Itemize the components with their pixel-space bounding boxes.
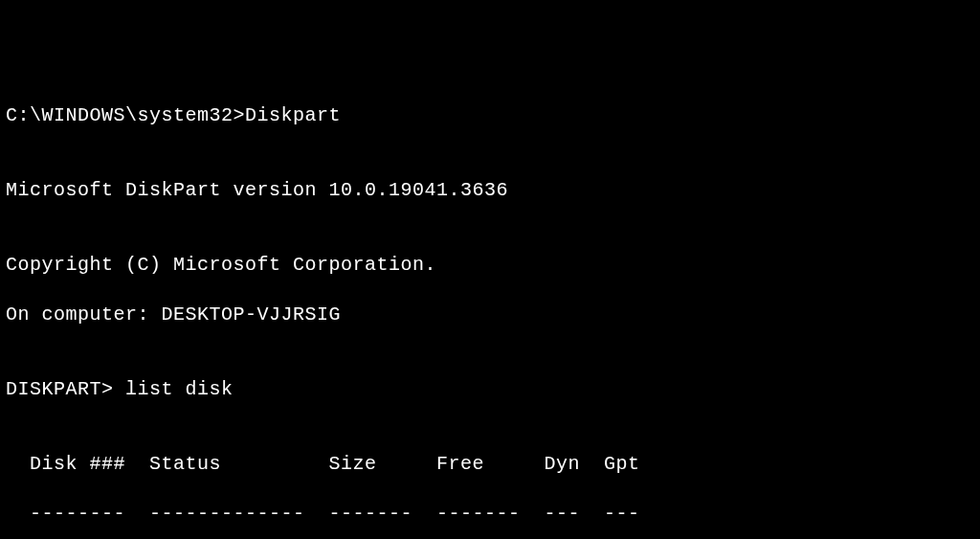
disk-table-header: Disk ### Status Size Free Dyn Gpt [6, 452, 974, 477]
cmd-prompt-line: C:\WINDOWS\system32>Diskpart [6, 103, 974, 128]
copyright-line: Copyright (C) Microsoft Corporation. [6, 253, 974, 278]
cmd-command: Diskpart [245, 104, 341, 126]
disk-table-divider: -------- ------------- ------- ------- -… [6, 502, 974, 527]
computer-line: On computer: DESKTOP-VJJRSIG [6, 303, 974, 327]
diskpart-command: list disk [125, 378, 234, 400]
version-line: Microsoft DiskPart version 10.0.19041.36… [6, 178, 974, 203]
diskpart-prompt-line: DISKPART> list disk [6, 377, 974, 402]
diskpart-prompt-prefix: DISKPART> [6, 378, 125, 400]
cmd-path: C:\WINDOWS\system32> [6, 104, 245, 126]
